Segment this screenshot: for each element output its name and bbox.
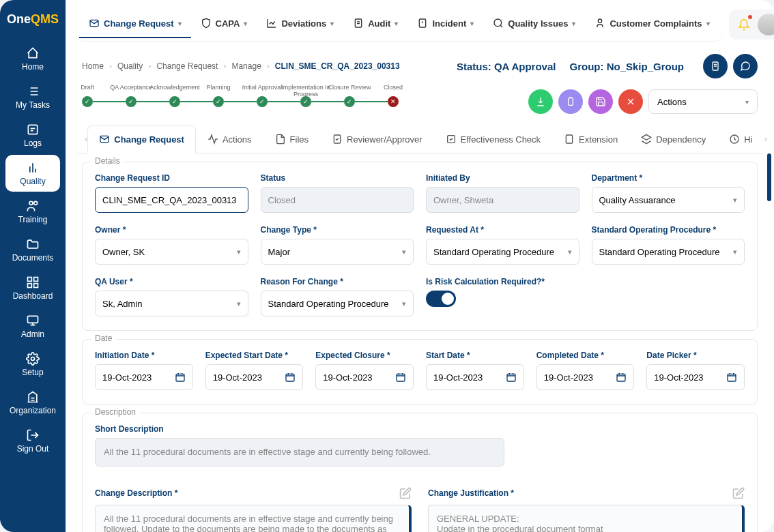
edit-icon[interactable] — [399, 487, 412, 499]
tab-hi[interactable]: Hi — [717, 125, 764, 153]
clock-icon — [729, 134, 740, 145]
change-desc-textarea[interactable]: All the 11 procedural documents are in e… — [95, 505, 412, 532]
progress-row: Draft✓ QA Acceptance✓ Acknowledgement✓ P… — [66, 84, 774, 119]
topnav-customer-complaints[interactable]: Customer Complaints▾ — [585, 10, 719, 38]
sidebar-item-organization[interactable]: Organization — [5, 384, 60, 421]
svg-point-13 — [599, 19, 602, 23]
sidebar-item-home[interactable]: Home — [5, 40, 60, 77]
change-just-textarea[interactable]: GENERAL UPDATE: Update in the procedural… — [428, 505, 745, 532]
svg-point-1 — [29, 201, 33, 205]
check-icon — [446, 134, 457, 145]
download-button[interactable] — [528, 89, 553, 114]
svg-point-12 — [494, 19, 502, 27]
mail-icon — [89, 18, 100, 29]
sidebar: OneQMS Home My Tasks Logs Quality Traini… — [0, 0, 66, 532]
user-area[interactable]: Unikwan User ▾ — [729, 10, 775, 40]
svg-rect-4 — [34, 277, 38, 281]
calendar-icon — [395, 372, 406, 383]
description-section: Description Short Description All the 11… — [82, 413, 758, 532]
tab-change-request[interactable]: Change Request — [87, 125, 196, 153]
search-icon — [493, 18, 504, 29]
svg-point-8 — [31, 357, 35, 360]
chat-button[interactable] — [733, 54, 758, 78]
risk-toggle[interactable] — [426, 291, 456, 307]
org-icon — [26, 390, 40, 404]
svg-rect-26 — [728, 374, 736, 381]
expected-start-date[interactable]: 19-Oct-2023 — [205, 364, 304, 390]
tab-extension[interactable]: Extension — [552, 125, 629, 153]
shield-icon — [201, 18, 212, 29]
sidebar-item-signout[interactable]: Sign Out — [5, 422, 60, 459]
svg-rect-0 — [28, 125, 37, 134]
details-section: Details Change Request IDCLIN_SME_CR_QA_… — [82, 162, 758, 331]
avatar — [758, 14, 775, 35]
logo: OneQMS — [7, 12, 59, 27]
department-select[interactable]: Quality Assuarance▾ — [592, 187, 745, 213]
date-section: Date Initiation Date *19-Oct-2023 Expect… — [82, 339, 758, 404]
task-icon — [26, 85, 40, 98]
sidebar-item-quality[interactable]: Quality — [5, 155, 60, 192]
crumb-home[interactable]: Home — [82, 61, 104, 71]
approve-icon — [332, 134, 343, 145]
initiation-date[interactable]: 19-Oct-2023 — [95, 364, 193, 390]
date-picker[interactable]: 19-Oct-2023 — [646, 364, 745, 390]
svg-rect-7 — [28, 316, 38, 323]
tab-files[interactable]: Files — [263, 125, 320, 153]
reason-select[interactable]: Standard Operating Procedure▾ — [261, 291, 414, 316]
tab-next[interactable]: › — [764, 131, 766, 147]
content: Details Change Request IDCLIN_SME_CR_QA_… — [66, 153, 774, 532]
change-type-select[interactable]: Major▾ — [261, 239, 414, 265]
qa-user-select[interactable]: Sk, Admin▾ — [95, 291, 248, 316]
audit-icon — [353, 18, 364, 29]
actions-dropdown[interactable]: Actions▾ — [648, 89, 758, 114]
tab-reviewer[interactable]: Reviewer/Approver — [320, 125, 434, 153]
save-button[interactable] — [588, 89, 613, 114]
sop-select[interactable]: Standard Operating Procedure▾ — [592, 239, 745, 265]
clipboard-button[interactable] — [558, 89, 583, 114]
sidebar-item-setup[interactable]: Setup — [5, 346, 60, 383]
sidebar-item-documents[interactable]: Documents — [5, 231, 60, 268]
owner-select[interactable]: Owner, SK▾ — [95, 239, 248, 265]
svg-rect-24 — [507, 374, 515, 381]
sidebar-item-logs[interactable]: Logs — [5, 117, 60, 153]
topnav-capa[interactable]: CAPA▾ — [191, 10, 257, 38]
tab-actions[interactable]: Actions — [196, 125, 263, 153]
topnav-incident[interactable]: Incident▾ — [407, 10, 483, 38]
close-button[interactable] — [618, 89, 643, 114]
svg-rect-25 — [617, 374, 625, 381]
svg-rect-15 — [569, 98, 573, 106]
topnav-quality-issues[interactable]: Quality Issues▾ — [483, 10, 585, 38]
requested-at-select[interactable]: Standard Operating Procedure▾ — [426, 239, 579, 265]
cr-id-input[interactable]: CLIN_SME_CR_QA_2023_00313 — [95, 187, 248, 213]
topnav-change-request[interactable]: Change Request▾ — [79, 10, 191, 38]
sidebar-item-mytasks[interactable]: My Tasks — [5, 78, 60, 115]
incident-icon — [417, 18, 428, 29]
crumb-quality[interactable]: Quality — [117, 61, 143, 71]
doc-button[interactable] — [703, 54, 728, 78]
tab-dependency[interactable]: Dependency — [629, 125, 717, 153]
svg-rect-23 — [397, 374, 405, 381]
sidebar-item-admin[interactable]: Admin — [5, 308, 60, 344]
tab-effectiveness[interactable]: Effectiveness Check — [434, 125, 553, 153]
expected-closure-date[interactable]: 19-Oct-2023 — [315, 364, 414, 390]
topnav-menu: Change Request▾ CAPA▾ Deviations▾ Audit▾… — [76, 7, 722, 42]
progress: Draft✓ QA Acceptance✓ Acknowledgement✓ P… — [82, 96, 517, 107]
notification-bell-icon[interactable] — [736, 16, 752, 33]
completed-date[interactable]: 19-Oct-2023 — [536, 364, 635, 390]
activity-icon — [207, 134, 218, 145]
short-desc-textarea[interactable]: All the 11 procedural documents are in e… — [95, 438, 504, 467]
topnav-audit[interactable]: Audit▾ — [343, 10, 407, 38]
ext-icon — [564, 134, 575, 145]
topnav-deviations[interactable]: Deviations▾ — [257, 10, 343, 38]
edit-icon[interactable] — [732, 487, 745, 499]
admin-icon — [26, 314, 40, 327]
file-icon — [275, 134, 286, 145]
signout-icon — [26, 428, 40, 442]
sidebar-item-dashboard[interactable]: Dashboard — [5, 269, 60, 306]
crumb-manage[interactable]: Manage — [231, 61, 261, 71]
start-date[interactable]: 19-Oct-2023 — [426, 364, 524, 390]
crumb-cr[interactable]: Change Request — [156, 61, 218, 71]
main: Change Request▾ CAPA▾ Deviations▾ Audit▾… — [66, 0, 774, 532]
sidebar-item-training[interactable]: Training — [5, 193, 60, 230]
calendar-icon — [506, 372, 517, 383]
